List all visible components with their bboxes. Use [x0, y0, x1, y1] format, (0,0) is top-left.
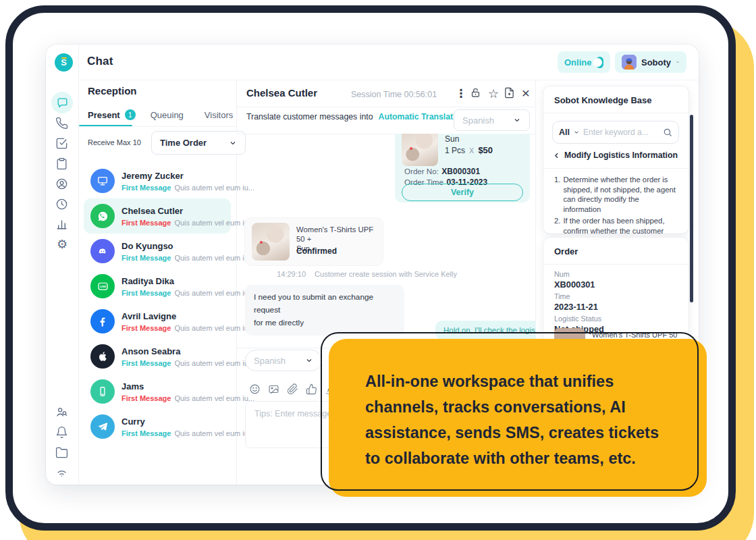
verify-button[interactable]: Verify	[402, 184, 523, 201]
field-value: XB000301	[554, 279, 595, 290]
sidebar-item-contacts[interactable]	[55, 178, 69, 191]
sidebar-item-agent-search[interactable]	[55, 406, 69, 419]
chevron-left-icon[interactable]	[552, 151, 561, 160]
translate-language-value: Spanish	[462, 115, 494, 126]
kb-article-title: Modify Logistics Information	[564, 151, 678, 160]
sidebar-item-files[interactable]	[55, 446, 69, 460]
online-status-pill[interactable]: Online	[558, 51, 610, 73]
search-icon[interactable]	[663, 128, 672, 137]
sidebar-item-chat[interactable]	[51, 92, 73, 113]
compose-language-select[interactable]: Spanish	[245, 350, 322, 371]
kb-search-placeholder[interactable]: Enter keyword a...	[583, 128, 659, 137]
tab-visitors[interactable]: Visitors	[205, 110, 233, 120]
list-item-do[interactable]: Do Kyungso First MessageQuis autem vel e…	[84, 234, 231, 269]
contact-name: Chelsea Cutler	[122, 206, 254, 217]
system-message: 14:29:10 Customer create session with Se…	[245, 270, 457, 278]
star-icon[interactable]: ☆	[487, 87, 500, 101]
list-item-chelsea[interactable]: Chelsea Cutler First MessageQuis autem v…	[84, 198, 231, 234]
telegram-icon	[90, 414, 115, 439]
tabs-divider	[78, 126, 236, 127]
present-count-badge: 1	[125, 109, 136, 120]
user-search-icon	[55, 406, 68, 418]
close-icon[interactable]: ×	[519, 87, 533, 101]
callout-outline	[321, 332, 699, 491]
phone-icon	[55, 117, 68, 130]
online-toggle[interactable]	[596, 57, 603, 68]
order-no-label: Order No:	[404, 167, 439, 176]
chat-header-divider	[236, 107, 535, 107]
sidebar-item-history[interactable]	[55, 198, 69, 211]
product-status: Confirmed	[296, 246, 337, 256]
list-item-curry[interactable]: Curry First MessageQuis autem vel eum iu…	[84, 409, 231, 444]
chevron-down-icon	[573, 129, 580, 136]
contact-name: Do Kyungso	[122, 241, 254, 252]
logo-accent-bar	[61, 57, 67, 59]
list-item-jeremy[interactable]: Jeremy Zucker First MessageQuis autem ve…	[84, 163, 231, 198]
translate-mode-link[interactable]: Automatic Translation	[379, 112, 466, 122]
sidebar-item-notifications[interactable]	[55, 426, 69, 439]
chevron-down-icon	[305, 356, 313, 364]
kb-filter-value[interactable]: All	[559, 128, 570, 137]
list-item-avril[interactable]: Avril Lavigne First MessageQuis autem ve…	[84, 304, 231, 339]
order-select[interactable]: Time Order	[151, 131, 246, 155]
order-no-value: XB000301	[441, 167, 480, 176]
more-options-icon[interactable]: ⋮	[454, 87, 468, 101]
wifi-icon	[55, 466, 68, 479]
contact-name: Raditya Dika	[122, 276, 254, 287]
bell-icon	[55, 426, 68, 439]
emoji-icon[interactable]	[249, 383, 261, 395]
webchat-icon	[90, 169, 115, 193]
sidebar-item-settings[interactable]: ⚙	[55, 238, 69, 251]
kb-article-header[interactable]: Modify Logistics Information	[552, 151, 678, 160]
gear-icon: ⚙	[57, 238, 68, 251]
user-menu[interactable]: Soboty	[615, 51, 686, 73]
session-time: Session Time 00:56:01	[351, 90, 437, 99]
export-file-icon[interactable]	[504, 87, 517, 101]
list-item-jams[interactable]: Jams First MessageQuis autem vel eum iu.…	[84, 374, 231, 409]
system-message-text: Customer create session with Service Kel…	[315, 270, 457, 278]
chat-icon	[56, 97, 69, 109]
user-name: Soboty	[641, 57, 671, 68]
bar-chart-icon	[55, 218, 68, 231]
thumbs-up-icon[interactable]	[306, 383, 317, 395]
tab-queuing[interactable]: Queuing	[151, 110, 184, 120]
sidebar-item-network[interactable]	[55, 466, 69, 479]
header-divider	[78, 80, 699, 80]
order-divider	[543, 264, 688, 265]
sidebar-item-orders[interactable]	[55, 157, 69, 171]
status-badge: First Message	[122, 394, 171, 402]
page-title: Chat	[87, 55, 113, 68]
attachment-icon[interactable]	[287, 383, 298, 395]
list-item-raditya[interactable]: LINE Raditya Dika First MessageQuis aute…	[84, 269, 231, 304]
check-square-icon	[55, 137, 68, 150]
order-field-time: Time 2023-11-21	[554, 292, 598, 312]
discord-icon	[90, 239, 115, 263]
apple-icon	[90, 344, 115, 369]
reception-title: Reception	[88, 85, 137, 97]
order-select-value: Time Order	[160, 138, 207, 148]
receive-max-label: Receive Max 10	[88, 138, 141, 146]
translate-language-select[interactable]: Spanish	[454, 109, 530, 131]
system-message-time: 14:29:10	[277, 270, 306, 278]
product-price: $50	[478, 145, 493, 155]
facebook-icon	[90, 309, 115, 333]
translate-label: Translate customer messages into	[246, 112, 373, 122]
status-badge: First Message	[122, 359, 171, 367]
panel-scrollbar[interactable]	[690, 115, 693, 302]
status-badge: First Message	[122, 289, 171, 297]
toggle-knob	[593, 58, 602, 67]
kb-search-bar[interactable]: All Enter keyword a...	[552, 121, 679, 144]
lock-icon[interactable]	[470, 87, 483, 101]
contact-name: Curry	[122, 416, 254, 427]
sidebar-item-analytics[interactable]	[55, 218, 69, 232]
tab-present[interactable]: Present	[88, 110, 120, 120]
image-attach-icon[interactable]	[268, 383, 279, 395]
chevron-down-icon	[513, 116, 521, 124]
sidebar-item-tasks[interactable]	[55, 137, 69, 151]
list-item-anson[interactable]: Anson Seabra First MessageQuis autem vel…	[84, 339, 231, 374]
mobile-icon	[90, 379, 115, 404]
product-qty: 1 Pcs	[445, 146, 465, 155]
compose-language-value: Spanish	[254, 356, 286, 366]
kb-divider	[543, 113, 688, 113]
sidebar-item-phone[interactable]	[55, 117, 69, 130]
